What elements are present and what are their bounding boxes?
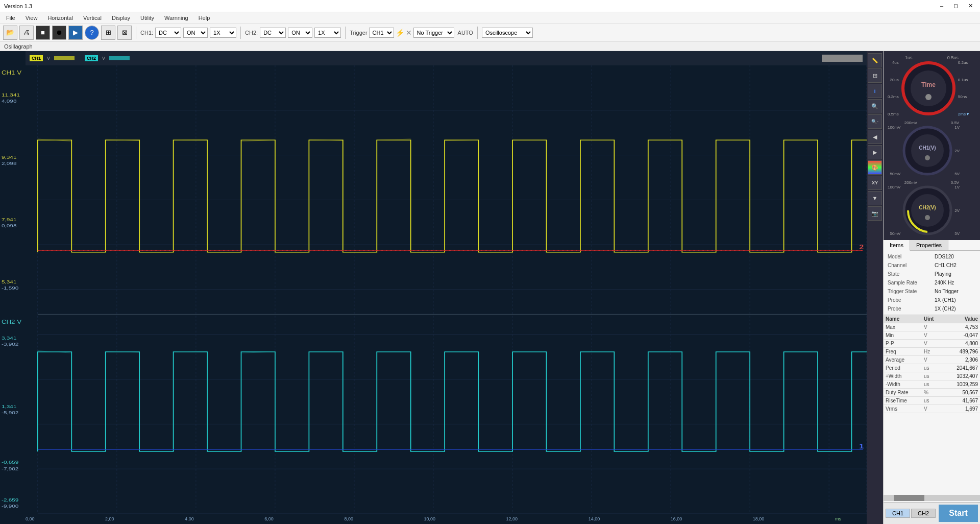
oscilloscope-display[interactable]: CH1 V CH2 V 11,341 4,098 9,341 2,098 7,9… [0,51,867,524]
zoom-out-btn[interactable]: 🔍- [868,114,882,129]
x-label-4: 8,00 [344,516,353,521]
multi-btn[interactable]: ⊠ [117,26,132,40]
down-btn[interactable]: ▼ [868,191,882,205]
horizontal-scrollbar[interactable] [884,495,980,501]
info-row-probe-ch1: Probe 1X (CH1) [885,296,979,304]
ch2-coupling[interactable]: DCACGND [260,28,286,38]
svg-text:9,341: 9,341 [2,154,17,160]
minimize-btn[interactable]: – [937,3,946,9]
knob-area: 1us 0.5us 4us 20us 0.2ms 0.5ms [884,51,980,240]
svg-point-68 [925,215,930,220]
menu-display[interactable]: Display [108,14,134,22]
ch2-tab[interactable]: CH2 [911,509,936,518]
stat-pp: P-PV4,800 [884,340,980,348]
record-btn[interactable]: ⏺ [52,26,66,40]
x-label-3: 6,00 [264,516,274,521]
tab-items[interactable]: Items [884,240,910,251]
svg-text:CH2 V: CH2 V [2,319,22,325]
svg-text:-7,902: -7,902 [2,466,18,471]
start-button[interactable]: Start [939,505,978,522]
scrollbar-thumb[interactable] [894,495,924,501]
play-btn[interactable]: ▶ [68,26,83,40]
zoom-in-btn[interactable]: 🔍 [868,99,882,113]
waveform-svg: 11,341 4,098 9,341 2,098 7,941 0,098 5,3… [0,65,867,514]
stat-period: Periodus2041,667 [884,364,980,372]
x-label-7: 14,00 [589,516,600,521]
window-controls[interactable]: – ◻ ✕ [937,3,976,9]
menu-help[interactable]: Help [194,14,214,22]
info-table: Model DDS120 Channel CH1 CH2 State Playi… [884,251,980,315]
scope-select[interactable]: Oscilloscope [482,28,533,38]
trigger-ch[interactable]: CH1CH2 [369,28,394,38]
app-title: Version 1.3 [4,3,32,9]
stats-table: Name Uint Value MaxV4,753 MinV-0,047 [884,315,980,413]
ch1-knob[interactable]: CH1(V) [902,125,953,176]
color-btn[interactable]: 🎨 [868,160,882,175]
svg-text:4,098: 4,098 [2,98,17,104]
svg-point-67 [911,194,944,227]
trigger-settings-icon[interactable]: ✕ [406,29,412,37]
stop-btn[interactable]: ■ [36,26,50,40]
svg-point-60 [925,94,932,100]
scroll-left-btn[interactable]: ◀ [868,130,882,144]
menu-view[interactable]: View [21,14,42,22]
toolbar: 📂 🖨 ■ ⏺ ▶ ? ⊞ ⊠ CH1: DCACGND ONOFF 1X10X… [0,23,980,42]
open-btn[interactable]: 📂 [3,26,17,40]
svg-text:0,098: 0,098 [2,223,17,228]
ch1-on-off[interactable]: ONOFF [183,28,208,38]
auto-label: AUTO [458,30,473,36]
menu-file[interactable]: File [2,14,19,22]
trigger-edge-icon[interactable]: ⚡ [396,29,404,37]
ch2-knob[interactable]: CH2(V) [902,185,953,236]
scroll-right-btn[interactable]: ▶ [868,145,882,159]
camera-btn[interactable]: 📷 [868,206,882,221]
grid-btn[interactable]: ⊞ [101,26,115,40]
x-label-6: 12,00 [506,516,518,521]
menu-vertical[interactable]: Vertical [79,14,106,22]
sep4 [477,27,478,39]
svg-text:CH2(V): CH2(V) [919,205,936,210]
cursor-btn[interactable]: ⊞ [868,68,882,83]
menu-horizontal[interactable]: Horizontal [43,14,77,22]
svg-text:-5,902: -5,902 [2,410,18,415]
ch1-badge: CH1 [30,55,43,61]
info-btn[interactable]: i [868,84,882,98]
x-label-1: 2,00 [105,516,114,521]
ch2-on-off[interactable]: ONOFF [288,28,312,38]
ch2-right-labels: 1V 2V 5V [953,185,960,236]
menu-utility[interactable]: Utility [136,14,158,22]
trigger-mode[interactable]: No TriggerAutoNormal [413,28,454,38]
ch2-left-labels: 100mV 50mV [888,185,902,236]
props-table: Model DDS120 Channel CH1 CH2 State Playi… [884,252,980,314]
restore-btn[interactable]: ◻ [950,3,961,9]
svg-text:CH1 V: CH1 V [2,69,22,76]
ch1-probe[interactable]: 1X10X100X [210,28,236,38]
side-toolbar: 📏 ⊞ i 🔍 🔍- ◀ ▶ 🎨 XY ▼ 📷 [867,51,883,524]
help-btn[interactable]: ? [85,26,99,40]
time-knob[interactable]: Time [900,60,957,116]
ch2-probe[interactable]: 1X10X100X [314,28,341,38]
scope-selector: Oscilloscope [482,28,533,38]
bottom-bar: CH1 CH2 Start [884,502,980,524]
time-right-labels: 0.2us 0.1us 50ns 2ms▼ [957,60,970,116]
measure-btn[interactable]: 📏 [868,53,882,67]
ch1-tab[interactable]: CH1 [886,509,910,518]
x-label-9: 18,00 [753,516,765,521]
ch1-color-bar [54,56,75,60]
ch1-knob-top-labels: 200mV 0.5V [888,121,976,125]
menu-warning[interactable]: Warnning [160,14,192,22]
save-btn[interactable]: 🖨 [19,26,34,40]
close-btn[interactable]: ✕ [965,3,976,9]
tab-properties[interactable]: Properties [910,240,948,250]
ch1-right-labels: 1V 2V 5V [953,125,960,176]
xy-btn[interactable]: XY [868,176,882,190]
svg-text:-1,590: -1,590 [2,285,18,291]
svg-text:5,341: 5,341 [2,279,17,284]
svg-text:1,341: 1,341 [2,403,17,409]
main-area: CH1 V CH2 V 11,341 4,098 9,341 2,098 7,9… [0,51,980,524]
stat-nwidth: -Widthus1009,259 [884,380,980,389]
svg-text:7,941: 7,941 [2,217,17,222]
ch1-coupling[interactable]: DCACGND [155,28,181,38]
svg-text:-2,659: -2,659 [2,497,18,503]
ch1-scale: V [47,56,50,61]
